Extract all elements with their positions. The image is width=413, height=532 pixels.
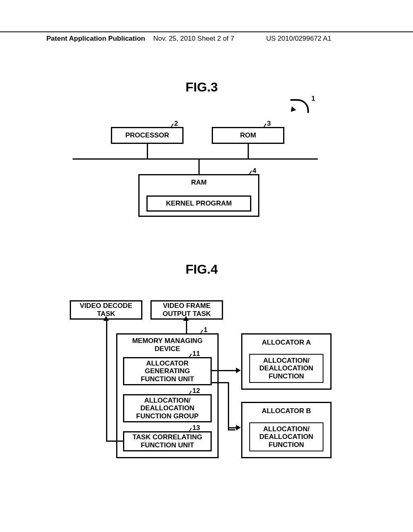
tc-left-arrow — [103, 316, 109, 321]
fig4-ref-13: 13 — [192, 424, 200, 432]
tc-mid-arrow — [183, 316, 189, 321]
fig4-ref-12: 12 — [192, 387, 200, 395]
gen-a-arrow — [236, 368, 241, 373]
header-right: US 2010/0299672 A1 — [266, 35, 332, 43]
ram-vline — [198, 158, 200, 175]
rom-label: ROM — [240, 131, 256, 139]
fig3-title: FIG.3 — [186, 80, 218, 95]
fig4-ref-1: 1 — [204, 326, 207, 334]
header-left: Patent Application Publication — [46, 35, 145, 43]
task-corr-label: TASK CORRELATING FUNCTION UNIT — [132, 433, 202, 449]
processor-label: PROCESSOR — [125, 131, 169, 139]
tc-mid-v — [186, 320, 187, 333]
tc-left-h — [107, 441, 123, 442]
rom-vline — [248, 144, 249, 158]
fig3-ref-3: 3 — [267, 120, 271, 128]
kernel-box: KERNEL PROGRAM — [146, 195, 251, 212]
alloc-dealloc-group-box: ALLOCATION/ DEALLOCATION FUNCTION GROUP — [123, 394, 212, 422]
gen-b-v — [228, 382, 229, 427]
allocator-b-label: ALLOCATOR B — [262, 407, 311, 415]
header-center: Nov. 25, 2010 Sheet 2 of 7 — [153, 35, 234, 43]
fig3-ref-1: 1 — [311, 95, 315, 103]
gen-b-h2 — [228, 427, 237, 428]
alloc-dealloc-group-label: ALLOCATION/ DEALLOCATION FUNCTION GROUP — [136, 397, 199, 420]
processor-box: PROCESSOR — [111, 127, 184, 144]
allocator-b-func-box: ALLOCATION/ DEALLOCATION FUNCTION — [249, 422, 323, 451]
video-decode-label: VIDEO DECODE TASK — [80, 302, 132, 318]
bus-line — [73, 158, 318, 160]
gen-a-h — [212, 370, 237, 371]
fig3-ref-4: 4 — [252, 167, 256, 175]
alloc-gen-label: ALLOCATOR GENERATING FUNCTION UNIT — [141, 360, 194, 383]
allocator-a-func-box: ALLOCATION/ DEALLOCATION FUNCTION — [249, 354, 323, 383]
proc-vline — [147, 144, 148, 158]
gen-b-hook — [228, 423, 235, 430]
allocator-a-label: ALLOCATOR A — [262, 339, 311, 347]
fig4-ref-11: 11 — [192, 350, 200, 358]
tc-left-v — [106, 320, 107, 442]
allocator-a-func-label: ALLOCATION/ DEALLOCATION FUNCTION — [259, 357, 313, 380]
gen-b-arrow — [236, 425, 241, 430]
video-frame-label: VIDEO FRAME OUTPUT TASK — [163, 302, 211, 318]
fig3-ref-2: 2 — [174, 120, 178, 128]
task-correlating-box: TASK CORRELATING FUNCTION UNIT — [123, 431, 212, 451]
rom-box: ROM — [212, 127, 284, 144]
kernel-label: KERNEL PROGRAM — [166, 200, 232, 208]
allocator-b-func-label: ALLOCATION/ DEALLOCATION FUNCTION — [259, 425, 313, 449]
allocator-generating-box: ALLOCATOR GENERATING FUNCTION UNIT — [123, 357, 212, 385]
ram-label: RAM — [191, 179, 207, 187]
fig4-title: FIG.4 — [186, 262, 218, 277]
gen-b-h1 — [212, 382, 229, 383]
page-header: Patent Application Publication Nov. 25, … — [0, 31, 413, 35]
